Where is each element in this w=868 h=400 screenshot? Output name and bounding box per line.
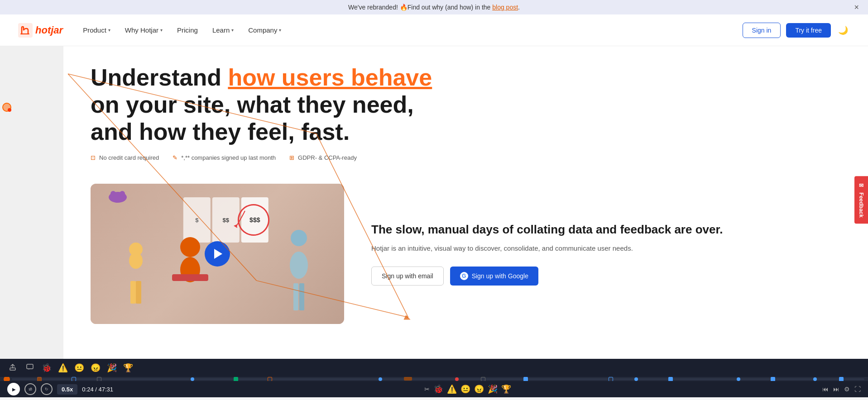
svg-rect-10 [130, 281, 136, 304]
svg-rect-0 [18, 23, 33, 38]
main-content: Understand how users behave on your site… [0, 46, 868, 359]
svg-marker-7 [234, 224, 237, 228]
event-marker [668, 377, 673, 381]
nav-product[interactable]: Product ▾ [77, 23, 117, 38]
content-row: $ $$ $$$ [63, 184, 868, 324]
svg-point-12 [180, 237, 200, 257]
emoji-neutral[interactable]: 😐 [74, 363, 84, 373]
badge-gdpr-text: GDPR- & CCPA-ready [298, 154, 357, 161]
emoji-trophy[interactable]: 🏆 [123, 363, 133, 373]
google-icon: G [460, 272, 468, 280]
signup-email-button[interactable]: Sign up with email [371, 267, 444, 286]
nav-links: Product ▾ Why Hotjar ▾ Pricing Learn ▾ C… [77, 23, 742, 38]
event-marker [234, 377, 238, 381]
announcement-banner: We've rebranded! 🔥Find out why (and how)… [0, 0, 868, 14]
timeline-row[interactable] [0, 377, 868, 381]
bottom-emoji-angry[interactable]: 😠 [474, 384, 484, 394]
time-display: 0:24 / 47:31 [82, 386, 113, 393]
speed-control[interactable]: 0.5x [57, 384, 77, 395]
skip-forward-icon: ↻ [45, 387, 48, 391]
bottom-emoji-party[interactable]: 🎉 [488, 384, 498, 394]
bottom-emoji-neutral[interactable]: 😐 [460, 384, 470, 394]
skip-to-start-button[interactable]: ⏮ [822, 386, 829, 393]
event-marker [609, 377, 613, 381]
product-chevron-icon: ▾ [108, 28, 110, 33]
character-top [104, 188, 131, 206]
signup-section: The slow, manual days of collating data … [371, 222, 841, 286]
cut-icon[interactable]: ✂ [424, 386, 430, 393]
nav-learn[interactable]: Learn ▾ [206, 23, 240, 38]
share-icon [9, 363, 16, 371]
nav-pricing[interactable]: Pricing [171, 23, 204, 38]
signup-google-button[interactable]: G Sign up with Google [450, 267, 538, 286]
svg-rect-14 [172, 274, 208, 281]
event-marker-blue [813, 377, 817, 381]
skip-back-button[interactable]: ↺ 10 [24, 383, 36, 395]
feedback-tab[interactable]: ✉ Feedback [854, 176, 868, 224]
nav-actions: Sign in Try it free 🌙 [743, 23, 850, 38]
badge-no-credit-card: ⊡ No credit card required [91, 154, 159, 161]
logo-text: hotjar [35, 24, 63, 36]
event-marker-wide [404, 377, 412, 381]
banner-text: We've rebranded! 🔥Find out why (and how)… [348, 4, 492, 11]
badge-gdpr: ⊞ GDPR- & CCPA-ready [289, 154, 357, 161]
signup-title: The slow, manual days of collating data … [371, 222, 841, 238]
fullscreen-button[interactable]: ⛶ [854, 386, 861, 393]
svg-rect-11 [136, 281, 141, 304]
bottom-emoji-bug[interactable]: 🐞 [433, 384, 443, 394]
svg-rect-22 [10, 368, 15, 370]
event-marker [839, 377, 844, 381]
logo-link[interactable]: hotjar [18, 23, 63, 38]
svg-rect-18 [299, 283, 304, 310]
event-marker-blue [737, 377, 740, 381]
controls-row: ↺ 10 ↻ 0.5x 0:24 / 47:31 ✂ 🐞 ⚠️ 😐 😠 🎉 🏆 … [0, 381, 868, 397]
svg-point-15 [291, 230, 307, 246]
play-video-button[interactable] [205, 241, 230, 267]
cursor-indicator [2, 103, 11, 112]
character-right [281, 224, 317, 324]
logo-icon [18, 23, 33, 38]
annotation-arrow [222, 202, 259, 238]
svg-point-20 [110, 191, 116, 196]
bottom-emoji-trophy[interactable]: 🏆 [501, 384, 511, 394]
why-hotjar-chevron-icon: ▾ [160, 28, 163, 33]
share-button[interactable] [7, 362, 18, 374]
session-start-marker [4, 377, 10, 381]
badge-companies: ✎ *,** companies signed up last month [173, 154, 276, 161]
nav-company[interactable]: Company ▾ [242, 23, 288, 38]
pencil-icon: ✎ [173, 154, 177, 161]
comment-button[interactable] [24, 362, 35, 374]
signin-button[interactable]: Sign in [743, 23, 781, 38]
event-marker-blue [379, 377, 382, 381]
nav-why-hotjar[interactable]: Why Hotjar ▾ [119, 23, 169, 38]
svg-point-21 [120, 191, 125, 196]
comment-icon [26, 363, 34, 371]
toolbar-top: 🐞 ⚠️ 😐 😠 🎉 🏆 [0, 359, 868, 377]
skip-to-end-button[interactable]: ⏭ [833, 386, 839, 393]
bottom-emoji-warning[interactable]: ⚠️ [447, 384, 457, 394]
hero-title-end: on your site, what they need, and how th… [91, 91, 414, 145]
event-marker [523, 377, 528, 381]
emoji-warning[interactable]: ⚠️ [58, 363, 68, 373]
dark-mode-toggle[interactable]: 🌙 [836, 24, 850, 37]
hero-badges: ⊡ No credit card required ✎ *,** compani… [91, 154, 670, 161]
event-marker-red [455, 377, 459, 381]
try-free-button[interactable]: Try it free [786, 23, 831, 38]
event-marker-blue [191, 377, 194, 381]
banner-link[interactable]: blog post [492, 4, 518, 11]
play-button[interactable] [7, 383, 20, 395]
skip-forward-button[interactable]: ↻ [41, 383, 53, 395]
feedback-icon: ✉ [858, 182, 864, 189]
banner-close-button[interactable]: × [854, 3, 859, 12]
website-content: Understand how users behave on your site… [63, 46, 868, 359]
timeline-track[interactable] [12, 378, 864, 380]
video-container[interactable]: $ $$ $$$ [91, 184, 344, 324]
skip-back-label: 10 [29, 388, 32, 391]
emoji-angry[interactable]: 😠 [91, 363, 101, 373]
event-marker [268, 377, 272, 381]
feedback-label: Feedback [858, 192, 864, 217]
settings-button[interactable]: ⚙ [844, 386, 850, 393]
emoji-party[interactable]: 🎉 [107, 363, 117, 373]
emoji-bug[interactable]: 🐞 [42, 363, 52, 373]
event-marker [97, 377, 101, 381]
